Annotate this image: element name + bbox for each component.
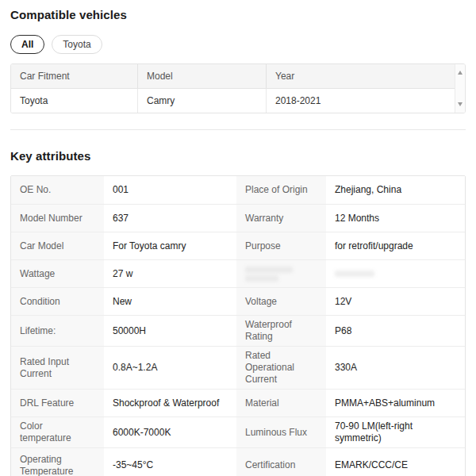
attribute-value: 6000K-7000K <box>104 417 236 447</box>
attribute-value: For Toyota camry <box>104 232 236 259</box>
attribute-value: 637 <box>104 205 236 232</box>
product-attributes-page: Compatible vehicles AllToyota Car Fitmen… <box>0 0 476 476</box>
fitment-table-scrollbar[interactable] <box>455 64 465 113</box>
scroll-up-button[interactable] <box>456 68 465 77</box>
attribute-label: Place of Origin <box>236 176 326 204</box>
fitment-table-header: Car FitmentModelYear <box>11 64 465 89</box>
column-header: Car Fitment <box>11 64 138 88</box>
attribute-row: DRL FeatureShockproof & WaterproofMateri… <box>11 389 465 416</box>
blurred-line <box>245 275 278 282</box>
attribute-label: Car Model <box>11 232 104 259</box>
attribute-value: 12 Months <box>326 205 465 232</box>
attribute-value: Zhejiang, China <box>326 176 465 204</box>
attribute-value: 50000H <box>104 316 236 346</box>
attribute-label: DRL Feature <box>11 390 104 416</box>
attribute-value: P68 <box>326 316 465 346</box>
attribute-label: Rated Input Current <box>11 347 104 389</box>
attribute-label: Operating Temperature <box>11 448 104 476</box>
attribute-row: Rated Input Current0.8A~1.2ARated Operat… <box>11 346 465 389</box>
attribute-label: Material <box>236 390 326 416</box>
attribute-row: ConditionNewVoltage12V <box>11 287 465 315</box>
scroll-down-button[interactable] <box>456 100 465 109</box>
attribute-value: -35~45°C <box>104 448 236 476</box>
attribute-label: Lifetime: <box>11 316 104 346</box>
blurred-text-placeholder <box>335 271 374 277</box>
attribute-value: 12V <box>326 288 465 315</box>
attribute-value: Shockproof & Waterproof <box>104 390 236 416</box>
attribute-label: Wattage <box>11 260 104 287</box>
attribute-value: EMARK/CCC/CE <box>326 448 465 476</box>
filter-chip-toyota[interactable]: Toyota <box>52 35 102 54</box>
vehicle-filters: AllToyota <box>10 35 466 54</box>
attribute-label: Certification <box>236 448 326 476</box>
attribute-row: Color temperature6000K-7000KLuminous Flu… <box>11 416 465 447</box>
blurred-text-placeholder <box>245 267 293 282</box>
table-cell: Camry <box>138 89 267 113</box>
blurred-line <box>245 267 293 273</box>
attribute-label: OE No. <box>11 176 104 204</box>
attribute-value: 330A <box>326 347 465 389</box>
table-cell: Toyota <box>11 89 138 113</box>
attribute-label: Warranty <box>236 205 326 232</box>
fitment-table-body: ToyotaCamry2018-2021 <box>11 89 465 113</box>
attribute-label: Waterproof Rating <box>236 316 326 346</box>
attribute-value <box>326 260 465 287</box>
attribute-value: 0.8A~1.2A <box>104 347 236 389</box>
attribute-label: Voltage <box>236 288 326 315</box>
scroll-up-icon <box>458 71 463 75</box>
section-divider <box>10 129 466 130</box>
attribute-label: Color temperature <box>11 417 104 447</box>
attribute-label: Purpose <box>236 232 326 259</box>
attribute-value: 001 <box>104 176 236 204</box>
attribute-row: Car ModelFor Toyota camryPurposefor retr… <box>11 232 465 259</box>
scroll-down-icon <box>458 102 463 106</box>
attribute-value: for retrofit/upgrade <box>326 232 465 259</box>
section-title-key-attributes: Key attributes <box>10 149 466 163</box>
blurred-line <box>335 271 374 277</box>
fitment-table: Car FitmentModelYear ToyotaCamry2018-202… <box>10 63 466 113</box>
attribute-row: Model Number637Warranty12 Months <box>11 204 465 232</box>
attribute-row: Wattage27 w <box>11 259 465 287</box>
column-header: Year <box>267 64 465 88</box>
column-header: Model <box>138 64 267 88</box>
attribute-row: Lifetime:50000HWaterproof RatingP68 <box>11 315 465 346</box>
table-row: ToyotaCamry2018-2021 <box>11 89 465 113</box>
attribute-label: Model Number <box>11 205 104 232</box>
attributes-table: OE No.001Place of OriginZhejiang, ChinaM… <box>10 175 466 476</box>
attribute-label: Luminous Flux <box>236 417 326 447</box>
attribute-value: New <box>104 288 236 315</box>
attribute-value: PMMA+ABS+aluminum <box>326 390 465 416</box>
attribute-row: Operating Temperature-35~45°CCertificati… <box>11 447 465 476</box>
attribute-label: Rated Operational Current <box>236 347 326 389</box>
attribute-label <box>236 260 326 287</box>
attribute-label: Condition <box>11 288 104 315</box>
table-cell: 2018-2021 <box>267 89 465 113</box>
attribute-row: OE No.001Place of OriginZhejiang, China <box>11 176 465 204</box>
section-title-compatible-vehicles: Compatible vehicles <box>10 8 466 22</box>
attribute-value: 70-90 LM(left-right symmetric) <box>326 417 465 447</box>
attribute-value: 27 w <box>104 260 236 287</box>
filter-chip-all[interactable]: All <box>10 35 44 54</box>
